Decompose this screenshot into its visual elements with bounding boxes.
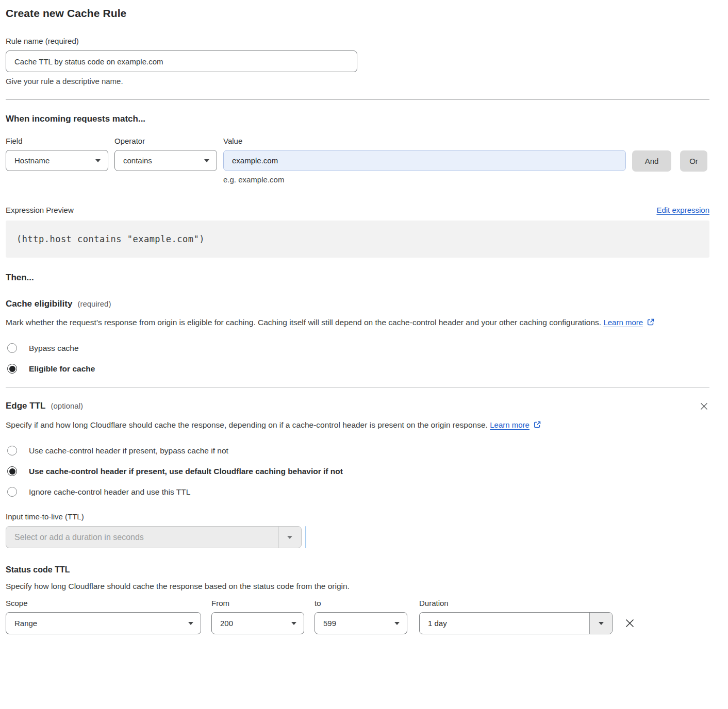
status-code-ttl-row: Scope Range From 200 to 599 Duration 1 d…	[6, 599, 709, 634]
cache-eligibility-header: Cache eligibility (required)	[6, 299, 709, 309]
cache-eligibility-heading: Cache eligibility	[6, 299, 72, 309]
rule-name-label: Rule name (required)	[6, 37, 709, 45]
expression-preview-header: Expression Preview Edit expression	[6, 206, 709, 214]
radio-selected-icon	[7, 364, 17, 374]
rule-name-help: Give your rule a descriptive name.	[6, 77, 709, 86]
radio-use-header-default[interactable]: Use cache-control header if present, use…	[6, 466, 709, 476]
operator-label: Operator	[114, 137, 217, 145]
duration-combobox[interactable]: 1 day	[419, 612, 613, 634]
radio-selected-icon	[7, 466, 17, 476]
value-help: e.g. example.com	[223, 175, 626, 184]
radio-eligible-for-cache[interactable]: Eligible for cache	[6, 364, 709, 374]
required-tag: (required)	[77, 299, 111, 308]
ttl-select-row: Select or add a duration in seconds	[6, 526, 709, 548]
value-input[interactable]	[223, 150, 626, 171]
edge-ttl-description: Specify if and how long Cloudflare shoul…	[6, 418, 578, 433]
ttl-duration-select[interactable]: Select or add a duration in seconds	[6, 526, 302, 548]
page-title: Create new Cache Rule	[6, 7, 709, 20]
chevron-down-icon	[599, 622, 604, 625]
to-select[interactable]: 599	[315, 612, 407, 634]
match-condition-row: Field Hostname Operator contains Value e…	[6, 137, 709, 184]
expression-code-block: (http.host contains "example.com")	[6, 221, 709, 258]
from-label: From	[211, 599, 304, 607]
chevron-down-icon	[95, 159, 101, 162]
from-select-value: 200	[220, 619, 291, 628]
radio-label: Use cache-control header if present, use…	[29, 467, 343, 476]
section-divider	[6, 387, 709, 388]
expression-code: (http.host contains "example.com")	[16, 234, 205, 244]
radio-icon	[7, 343, 17, 353]
value-label: Value	[223, 137, 626, 145]
ttl-duration-placeholder: Select or add a duration in seconds	[6, 527, 278, 548]
radio-icon	[7, 487, 17, 497]
status-code-ttl-description: Specify how long Cloudflare should cache…	[6, 582, 709, 591]
ttl-duration-dropdown-button[interactable]	[278, 527, 301, 548]
edge-ttl-options: Use cache-control header if present, byp…	[6, 446, 709, 497]
expression-preview-label: Expression Preview	[6, 206, 74, 214]
then-heading: Then...	[6, 273, 709, 283]
field-label: Field	[6, 137, 108, 145]
radio-icon	[7, 446, 17, 455]
radio-label: Use cache-control header if present, byp…	[29, 446, 228, 455]
learn-more-link[interactable]: Learn more	[603, 318, 643, 327]
to-select-value: 599	[323, 619, 394, 628]
duration-label: Duration	[419, 599, 613, 607]
radio-label: Ignore cache-control header and use this…	[29, 487, 190, 497]
edge-ttl-heading: Edge TTL	[6, 401, 45, 411]
close-icon[interactable]	[699, 401, 709, 412]
from-select[interactable]: 200	[211, 612, 304, 634]
radio-ignore-header[interactable]: Ignore cache-control header and use this…	[6, 487, 709, 497]
operator-select-value: contains	[123, 156, 204, 165]
chevron-down-icon	[188, 622, 193, 625]
scope-label: Scope	[6, 599, 201, 607]
to-label: to	[315, 599, 407, 607]
scope-select-value: Range	[14, 619, 188, 628]
radio-bypass-cache[interactable]: Bypass cache	[6, 343, 709, 353]
edge-ttl-header: Edge TTL (optional)	[6, 401, 709, 412]
radio-label: Bypass cache	[29, 344, 79, 353]
external-link-icon	[533, 419, 541, 433]
and-button[interactable]: And	[632, 150, 671, 172]
duration-dropdown-button[interactable]	[589, 613, 612, 634]
chevron-down-icon	[204, 159, 209, 162]
chevron-down-icon	[394, 622, 400, 625]
section-divider	[6, 99, 709, 100]
field-select-value: Hostname	[14, 156, 95, 165]
or-button[interactable]: Or	[680, 150, 707, 172]
external-link-icon	[647, 316, 655, 331]
focus-sliver	[305, 526, 306, 548]
cache-eligibility-description: Mark whether the request’s response from…	[6, 315, 699, 331]
match-section-heading: When incoming requests match...	[6, 114, 709, 124]
edge-ttl-description-text: Specify if and how long Cloudflare shoul…	[6, 420, 488, 429]
status-code-ttl-heading: Status code TTL	[6, 565, 709, 575]
edit-expression-link[interactable]: Edit expression	[656, 206, 709, 214]
create-cache-rule-form: Create new Cache Rule Rule name (require…	[0, 0, 728, 648]
rule-name-input[interactable]	[6, 50, 357, 72]
optional-tag: (optional)	[51, 401, 83, 410]
duration-value: 1 day	[420, 613, 589, 634]
operator-select[interactable]: contains	[114, 150, 217, 171]
ttl-input-label: Input time-to-live (TTL)	[6, 512, 709, 521]
field-select[interactable]: Hostname	[6, 150, 108, 171]
cache-eligibility-options: Bypass cache Eligible for cache	[6, 343, 709, 374]
remove-row-icon[interactable]	[624, 612, 635, 634]
learn-more-link[interactable]: Learn more	[490, 420, 530, 429]
cache-eligibility-description-text: Mark whether the request’s response from…	[6, 318, 601, 327]
scope-select[interactable]: Range	[6, 612, 201, 634]
chevron-down-icon	[291, 622, 296, 625]
radio-label: Eligible for cache	[29, 364, 95, 374]
chevron-down-icon	[287, 536, 292, 539]
radio-use-header-bypass[interactable]: Use cache-control header if present, byp…	[6, 446, 709, 455]
